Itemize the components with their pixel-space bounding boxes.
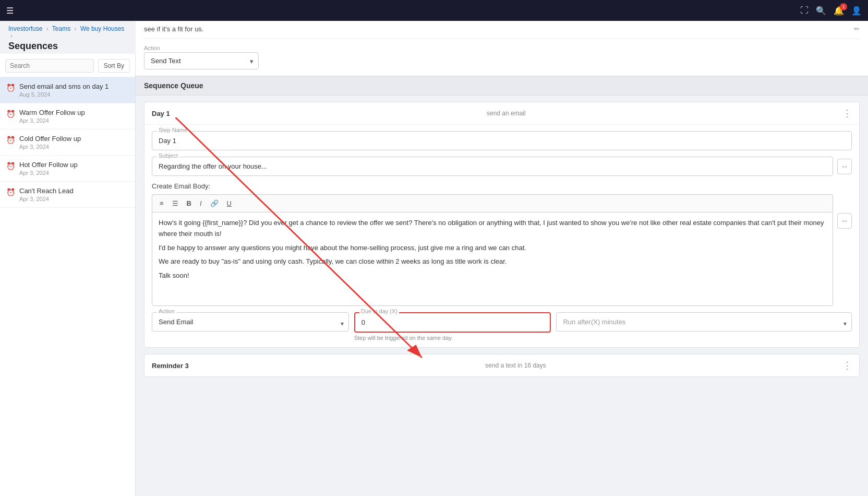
day-card-header: Day 1 send an email ⋮ [144, 102, 859, 125]
page-header: Investorfuse › Teams › We buy Houses › S… [0, 21, 136, 54]
ol-icon[interactable]: ☰ [169, 198, 182, 209]
seq-item-date: Apr 3, 2024 [19, 170, 129, 176]
due-field-wrap: Due in day (X) Step will be triggered on… [354, 312, 551, 341]
action-field-wrap: Action Send Email Send Text Call Wait ▾ [152, 312, 349, 332]
reminder-title: Reminder 3 [152, 362, 189, 370]
page-title: Sequences [8, 41, 127, 52]
reminder-subtitle: send a text in 16 days [485, 362, 546, 369]
action-select[interactable]: Send Email Send Text Call Wait [152, 312, 349, 332]
notification-badge: 1 [840, 3, 847, 10]
bold-icon[interactable]: B [184, 198, 195, 209]
reminder-card-header: Reminder 3 send a text in 16 days ⋮ [144, 355, 859, 376]
email-body-editor[interactable]: How's it going {{first_name}}? Did you e… [152, 212, 833, 306]
seq-item-name: Send email and sms on day 1 [19, 82, 129, 90]
sidebar-item-cant-reach[interactable]: ⏰ Can't Reach Lead Apr 3, 2024 [0, 182, 135, 208]
clock-icon: ⏰ [6, 162, 15, 170]
reminder-card: Reminder 3 send a text in 16 days ⋮ [144, 354, 860, 377]
see-if-text: see if it's a fit for us. [144, 25, 203, 33]
sidebar-item-send-email-sms[interactable]: ⏰ Send email and sms on day 1 Aug 5, 202… [0, 77, 135, 103]
email-line-1: How's it going {{first_name}}? Did you e… [159, 218, 826, 240]
clock-icon: ⏰ [6, 188, 15, 196]
seq-item-name: Cold Offer Follow up [19, 135, 129, 143]
sidebar-item-hot-offer[interactable]: ⏰ Hot Offer Follow up Apr 3, 2024 [0, 156, 135, 182]
link-icon[interactable]: 🔗 [207, 198, 222, 209]
step-name-label: Step Name [157, 127, 189, 133]
send-text-select[interactable]: Send Text Send Email Call Wait [144, 52, 259, 69]
main-scroll: see if it's a fit for us. ✏ Action Send … [136, 21, 868, 496]
step-name-input[interactable] [152, 131, 852, 150]
user-icon[interactable]: 👤 [851, 6, 862, 16]
sort-by-button[interactable]: Sort By [98, 59, 130, 73]
due-hint: Step will be triggered on the same day. [354, 335, 551, 341]
run-after-select[interactable]: Run after(X) minutes 5 minutes 10 minute… [556, 312, 852, 332]
day-card-title: Day 1 [152, 110, 170, 117]
edit-icon[interactable]: ✏ [854, 25, 860, 33]
subject-field: Subject ↔ [152, 157, 852, 176]
breadcrumb-we-buy-houses[interactable]: We buy Houses [80, 25, 125, 32]
seq-item-name: Hot Offer Follow up [19, 161, 129, 169]
hamburger-icon[interactable]: ☰ [6, 6, 14, 16]
action-label: Action [144, 45, 259, 51]
expand-editor-button[interactable]: ↔ [837, 213, 852, 229]
underline-icon[interactable]: U [224, 198, 235, 209]
run-field-wrap: Run after(X) minutes 5 minutes 10 minute… [556, 312, 852, 332]
clock-icon: ⏰ [6, 84, 15, 92]
top-section: see if it's a fit for us. ✏ Action Send … [136, 21, 868, 76]
editor-toolbar: ≡ ☰ B I 🔗 U [152, 194, 833, 212]
seq-item-date: Aug 5, 2024 [19, 91, 129, 98]
sequence-queue-header: Sequence Queue [136, 76, 868, 96]
search-input[interactable] [5, 59, 94, 73]
editor-row: ≡ ☰ B I 🔗 U How's it going {{first_name}… [152, 194, 852, 306]
subject-label: Subject [157, 152, 179, 159]
step-name-field: Step Name [152, 131, 852, 150]
clock-icon: ⏰ [6, 110, 15, 118]
breadcrumb-teams[interactable]: Teams [52, 25, 70, 32]
annotation-container: Day 1 send an email ⋮ Step Name Subject [136, 102, 868, 348]
sidebar: Sort By ⏰ Send email and sms on day 1 Au… [0, 54, 136, 496]
search-icon[interactable]: 🔍 [816, 6, 826, 16]
seq-item-date: Apr 3, 2024 [19, 117, 129, 124]
action-label-bottom: Action [157, 308, 176, 314]
email-line-2: I'd be happy to answer any questions you… [159, 243, 826, 254]
due-input[interactable] [354, 312, 551, 333]
more-options-icon[interactable]: ⋮ [842, 360, 852, 371]
email-line-4: Talk soon! [159, 270, 826, 281]
seq-item-name: Warm Offer Follow up [19, 109, 129, 116]
sidebar-list: ⏰ Send email and sms on day 1 Aug 5, 202… [0, 77, 135, 496]
sidebar-search-row: Sort By [0, 54, 135, 77]
expand-icon[interactable]: ⛶ [800, 6, 809, 15]
breadcrumb-investorfuse[interactable]: Investorfuse [8, 25, 42, 32]
more-options-icon[interactable]: ⋮ [842, 108, 852, 119]
list-icon[interactable]: ≡ [156, 198, 167, 209]
italic-icon[interactable]: I [197, 198, 205, 209]
subject-input[interactable] [152, 157, 833, 176]
day-card: Day 1 send an email ⋮ Step Name Subject [144, 102, 860, 348]
breadcrumb: Investorfuse › Teams › We buy Houses › [8, 25, 127, 40]
seq-item-date: Apr 3, 2024 [19, 144, 129, 150]
day-card-subtitle: send an email [487, 110, 526, 117]
due-label: Due in day (X) [359, 308, 399, 314]
main-content: see if it's a fit for us. ✏ Action Send … [136, 21, 868, 496]
email-body-label: Create Email Body: [152, 182, 852, 190]
seq-item-name: Can't Reach Lead [19, 187, 129, 195]
clock-icon: ⏰ [6, 136, 15, 144]
sidebar-item-warm-offer[interactable]: ⏰ Warm Offer Follow up Apr 3, 2024 [0, 103, 135, 129]
bell-icon[interactable]: 🔔 1 [834, 6, 844, 16]
topbar: ☰ ⛶ 🔍 🔔 1 👤 [0, 0, 868, 21]
day-card-body: Step Name Subject ↔ Create Em [144, 125, 859, 347]
expand-subject-button[interactable]: ↔ [837, 159, 852, 174]
seq-item-date: Apr 3, 2024 [19, 196, 129, 202]
email-line-3: We are ready to buy "as-is" and using on… [159, 256, 826, 267]
sidebar-item-cold-offer[interactable]: ⏰ Cold Offer Follow up Apr 3, 2024 [0, 129, 135, 156]
bottom-action-row: Action Send Email Send Text Call Wait ▾ [152, 312, 852, 341]
